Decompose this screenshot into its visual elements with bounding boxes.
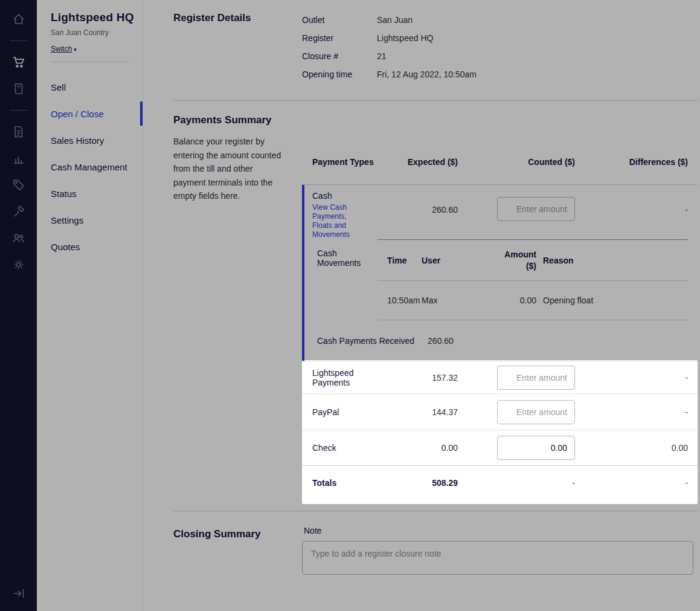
rail-divider — [10, 110, 28, 111]
field-opening-time: Opening time Fri, 12 Aug 2022, 10:50am — [302, 65, 698, 83]
column-reason: Reason — [536, 256, 688, 265]
field-label: Register — [302, 33, 377, 43]
column-differences: Differences ($) — [575, 157, 688, 167]
sidebar-item-open-close[interactable]: Open / Close — [51, 100, 143, 127]
rail-divider — [10, 40, 28, 41]
cash-counted-input[interactable] — [497, 197, 575, 221]
field-closure-number: Closure # 21 — [302, 47, 698, 65]
difference-value: 0.00 — [575, 443, 688, 453]
column-payment-types: Payment Types — [302, 156, 399, 168]
collapse-sidebar-icon[interactable] — [12, 587, 25, 600]
sidebar-divider — [51, 62, 130, 62]
cash-movements-row: Cash Movements Time User Amount ($) Reas… — [304, 239, 698, 321]
register-book-icon[interactable] — [12, 82, 25, 95]
payments-table-header: Payment Types Expected ($) Counted ($) D… — [302, 139, 698, 185]
cash-movement-row: 10:50am Max 0.00 Opening float — [377, 281, 688, 320]
field-label: Opening time — [302, 70, 377, 79]
note-label: Note — [302, 526, 698, 535]
payment-type-label: Lightspeed Payments — [302, 368, 399, 387]
totals-expected: 508.29 — [399, 478, 458, 488]
field-label: Outlet — [302, 15, 377, 25]
totals-difference: - — [575, 478, 688, 488]
payment-row-lightspeed-payments: Lightspeed Payments 157.32 - — [302, 361, 698, 394]
inventory-tools-icon[interactable] — [12, 205, 25, 218]
payments-summary-section: Payments Summary Balance your register b… — [173, 101, 698, 499]
sidebar-item-quotes[interactable]: Quotes — [51, 233, 143, 260]
setup-gear-icon[interactable] — [12, 258, 25, 271]
payment-type-label: Check — [302, 443, 399, 453]
column-counted: Counted ($) — [458, 157, 575, 167]
movement-amount: 0.00 — [497, 295, 536, 306]
field-value: 21 — [377, 51, 387, 61]
cash-payments-received-amount: 260.60 — [428, 336, 454, 346]
highlighted-payment-rows: Lightspeed Payments 157.32 - PayPal 144.… — [302, 361, 698, 499]
customers-people-icon[interactable] — [12, 231, 25, 245]
cash-movements-header: Time User Amount ($) Reason — [377, 240, 688, 281]
paypal-counted-input[interactable] — [497, 400, 575, 424]
sidebar-item-sell[interactable]: Sell — [51, 74, 143, 100]
lightspeed-payments-counted-input[interactable] — [497, 366, 575, 390]
totals-label: Totals — [302, 478, 399, 488]
analytics-chart-icon[interactable] — [12, 152, 25, 165]
expected-amount: 0.00 — [399, 443, 458, 453]
field-label: Closure # — [302, 51, 377, 61]
sell-cart-icon[interactable] — [12, 56, 25, 69]
payment-type-label: PayPal — [302, 407, 399, 417]
sidebar: Lightspeed HQ San Juan Country Switch▾ S… — [37, 0, 143, 611]
closure-note-input[interactable] — [302, 541, 693, 575]
field-value: Lightspeed HQ — [377, 33, 433, 43]
cash-movements-label: Cash Movements — [304, 239, 377, 268]
payment-type-label: Cash View Cash Payments, Floats and Move… — [304, 185, 399, 239]
sidebar-item-cash-management[interactable]: Cash Management — [51, 154, 143, 180]
cash-expected: 260.60 — [399, 185, 458, 215]
field-value: San Juan — [377, 15, 413, 25]
main-content: Register Details Outlet San Juan Registe… — [143, 0, 700, 611]
register-details-title: Register Details — [173, 11, 302, 24]
cash-label: Cash — [312, 191, 332, 201]
cash-section: Cash View Cash Payments, Floats and Move… — [302, 185, 698, 361]
cash-movements-table: Time User Amount ($) Reason 10:50am Max … — [377, 239, 688, 320]
payments-summary-title: Payments Summary — [173, 114, 302, 126]
cash-difference: - — [575, 185, 688, 215]
sidebar-item-sales-history[interactable]: Sales History — [51, 127, 143, 154]
chevron-down-icon: ▾ — [74, 47, 77, 53]
view-cash-movements-link[interactable]: View Cash Payments, Floats and Movements — [312, 203, 365, 239]
totals-row: Totals 508.29 - - — [302, 465, 698, 499]
app-window: Lightspeed HQ San Juan Country Switch▾ S… — [0, 0, 700, 611]
payment-row-cash: Cash View Cash Payments, Floats and Move… — [304, 185, 698, 239]
closing-summary-section: Closing Summary Note — [173, 511, 698, 575]
check-counted-input[interactable] — [497, 436, 575, 460]
sidebar-item-settings[interactable]: Settings — [51, 207, 143, 233]
store-name: Lightspeed HQ — [51, 11, 143, 24]
movement-time: 10:50am — [377, 296, 422, 305]
sidebar-nav: Sell Open / Close Sales History Cash Man… — [51, 74, 143, 260]
home-icon[interactable] — [12, 13, 25, 26]
icon-rail — [0, 0, 37, 611]
closing-summary-title: Closing Summary — [173, 528, 302, 540]
column-amount: Amount ($) — [497, 249, 536, 272]
column-user: User — [422, 256, 497, 265]
sidebar-item-status[interactable]: Status — [51, 180, 143, 207]
outlet-name: San Juan Country — [51, 28, 143, 37]
catalog-tag-icon[interactable] — [12, 178, 25, 192]
column-expected: Expected ($) — [399, 157, 458, 167]
field-register: Register Lightspeed HQ — [302, 29, 698, 47]
difference-value: - — [575, 407, 688, 417]
switch-outlet-link[interactable]: Switch▾ — [51, 45, 77, 53]
field-value: Fri, 12 Aug 2022, 10:50am — [377, 70, 477, 79]
payments-table: Payment Types Expected ($) Counted ($) D… — [302, 139, 698, 499]
field-outlet: Outlet San Juan — [302, 11, 698, 29]
difference-value: - — [575, 373, 688, 383]
payments-summary-description: Balance your register by entering the am… — [173, 135, 302, 203]
payment-row-check: Check 0.00 0.00 — [302, 430, 698, 465]
cash-payments-received-row: Cash Payments Received 260.60 — [304, 321, 698, 361]
payment-row-paypal: PayPal 144.37 - — [302, 394, 698, 430]
totals-counted: - — [458, 478, 575, 488]
movement-user: Max — [422, 296, 497, 305]
switch-label: Switch — [51, 45, 72, 53]
reporting-document-icon[interactable] — [12, 125, 25, 138]
cash-payments-received-label: Cash Payments Received — [304, 336, 414, 346]
register-details-section: Register Details Outlet San Juan Registe… — [173, 11, 698, 83]
expected-amount: 157.32 — [399, 373, 458, 383]
movement-reason: Opening float — [536, 296, 688, 305]
